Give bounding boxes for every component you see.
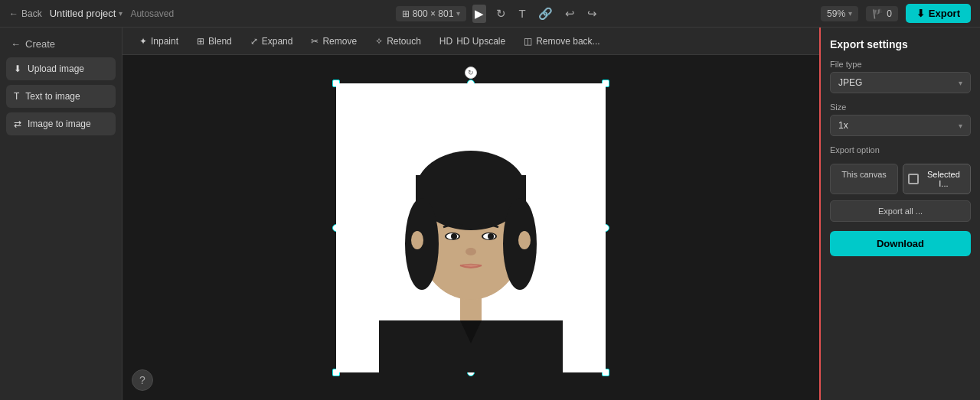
export-options-section: Export option This canvas Selected I... …	[830, 145, 971, 222]
bell-icon: 🏴	[872, 8, 884, 19]
remove-back-icon: ◫	[524, 36, 532, 47]
download-label: Download	[877, 238, 924, 249]
file-type-dropdown[interactable]: JPEG ▾	[830, 72, 971, 93]
svg-point-15	[488, 233, 494, 239]
help-icon: ?	[139, 374, 145, 386]
inpaint-label: Inpaint	[151, 36, 178, 47]
panel-title: Export settings	[830, 38, 971, 50]
upload-icon: ⬇	[14, 63, 21, 74]
undo-icon[interactable]: ↩	[563, 5, 577, 23]
inpaint-icon: ✦	[139, 36, 147, 47]
text-to-image-label: Text to image	[25, 91, 80, 102]
selected-image-container[interactable]: ↻	[336, 83, 606, 372]
this-canvas-button[interactable]: This canvas	[830, 164, 898, 194]
back-button[interactable]: ← Back	[9, 8, 42, 19]
chevron-down-icon: ▾	[456, 9, 460, 18]
blend-icon: ⊞	[197, 36, 204, 47]
file-type-value: JPEG	[838, 77, 862, 88]
size-dropdown[interactable]: 1x ▾	[830, 115, 971, 136]
export-option-row-1: This canvas Selected I...	[830, 164, 971, 194]
tool-icons: ▶ ↻ T 🔗 ↩ ↪	[472, 5, 599, 23]
blend-tool[interactable]: ⊞ Blend	[189, 33, 240, 50]
zoom-value: 59%	[827, 8, 845, 19]
file-type-label: File type	[830, 60, 971, 69]
export-option-row-2: Export all ...	[830, 200, 971, 222]
create-label-text: Create	[25, 38, 55, 50]
zoom-control[interactable]: 59% ▾	[821, 6, 858, 21]
retouch-tool[interactable]: ✧ Retouch	[368, 33, 429, 50]
right-panel: Export settings File type JPEG ▾ Size 1x…	[819, 28, 980, 400]
canvas-toolbar: ✦ Inpaint ⊞ Blend ⤢ Expand ✂ Remove ✧ Re…	[122, 28, 819, 55]
selected-label: Selected I...	[922, 170, 965, 188]
expand-label: Expand	[262, 36, 293, 47]
portrait-svg	[336, 83, 606, 372]
selected-button[interactable]: Selected I...	[903, 164, 971, 194]
remove-back-label: Remove back...	[536, 36, 599, 47]
export-button[interactable]: ⬇ Export	[906, 4, 971, 23]
svg-rect-7	[416, 175, 526, 206]
export-all-button[interactable]: Export all ...	[830, 200, 971, 222]
topbar-right: 59% ▾ 🏴 0 ⬇ Export	[821, 4, 971, 23]
hd-upscale-label: HD Upscale	[456, 36, 505, 47]
redo-icon[interactable]: ↪	[585, 5, 599, 23]
canvas-area: ✦ Inpaint ⊞ Blend ⤢ Expand ✂ Remove ✧ Re…	[122, 28, 819, 400]
project-name: Untitled project ▾	[50, 8, 123, 19]
select-tool-icon[interactable]: ▶	[472, 5, 486, 23]
svg-point-16	[466, 248, 476, 255]
create-section-label: ← Create	[6, 35, 116, 53]
text-icon: T	[14, 91, 19, 102]
svg-point-18	[518, 231, 531, 249]
create-icon: ←	[11, 38, 21, 50]
image-swap-icon: ⇄	[14, 119, 21, 129]
retouch-label: Retouch	[387, 36, 421, 47]
svg-point-14	[451, 233, 457, 239]
file-type-section: File type JPEG ▾	[830, 60, 971, 93]
project-title[interactable]: Untitled project	[50, 8, 116, 19]
hd-upscale-tool[interactable]: HD HD Upscale	[432, 33, 513, 50]
upload-image-button[interactable]: ⬇ Upload image	[6, 57, 116, 80]
retouch-icon: ✧	[375, 36, 383, 47]
topbar: ← Back Untitled project ▾ Autosaved ⊞ 80…	[0, 0, 980, 28]
upload-image-label: Upload image	[28, 63, 84, 74]
download-button[interactable]: Download	[830, 231, 971, 256]
left-sidebar: ← Create ⬇ Upload image T Text to image …	[0, 28, 122, 400]
blend-label: Blend	[208, 36, 232, 47]
chevron-down-icon: ▾	[119, 9, 122, 18]
export-all-label: Export all ...	[878, 207, 923, 216]
rotate-handle[interactable]: ↻	[465, 67, 477, 79]
image-to-image-button[interactable]: ⇄ Image to image	[6, 112, 116, 135]
help-button[interactable]: ?	[132, 369, 153, 391]
expand-icon: ⤢	[250, 36, 258, 47]
canvas-size-control[interactable]: ⊞ 800 × 801 ▾	[396, 6, 467, 21]
canvas-content[interactable]: ↻	[122, 55, 819, 400]
canvas-size-value: 800 × 801	[413, 8, 454, 19]
notification-button[interactable]: 🏴 0	[866, 6, 898, 21]
this-canvas-label: This canvas	[841, 170, 887, 179]
remove-back-tool[interactable]: ◫ Remove back...	[516, 33, 607, 50]
autosaved-label: Autosaved	[130, 8, 174, 19]
size-section: Size 1x ▾	[830, 102, 971, 136]
download-icon: ⬇	[916, 8, 925, 19]
resize-icon: ⊞	[402, 8, 410, 19]
text-tool-icon[interactable]: T	[516, 5, 528, 22]
text-to-image-button[interactable]: T Text to image	[6, 85, 116, 108]
back-label: Back	[21, 8, 42, 19]
chevron-down-icon: ▾	[959, 79, 962, 87]
hd-upscale-icon: HD	[439, 36, 452, 47]
size-value: 1x	[838, 120, 848, 131]
inpaint-tool[interactable]: ✦ Inpaint	[132, 33, 186, 50]
chevron-down-icon: ▾	[848, 9, 852, 18]
export-option-label: Export option	[830, 145, 971, 154]
rotate-tool-icon[interactable]: ↻	[494, 5, 508, 23]
back-arrow-icon: ←	[9, 8, 18, 19]
chevron-down-icon: ▾	[959, 122, 962, 130]
notif-count: 0	[887, 8, 892, 19]
canvas-image	[336, 83, 606, 372]
expand-tool[interactable]: ⤢ Expand	[243, 33, 301, 50]
link-tool-icon[interactable]: 🔗	[536, 5, 555, 23]
image-to-image-label: Image to image	[28, 119, 91, 129]
svg-point-17	[411, 231, 423, 249]
selected-icon	[908, 174, 919, 184]
size-label: Size	[830, 102, 971, 112]
remove-tool[interactable]: ✂ Remove	[303, 33, 364, 50]
